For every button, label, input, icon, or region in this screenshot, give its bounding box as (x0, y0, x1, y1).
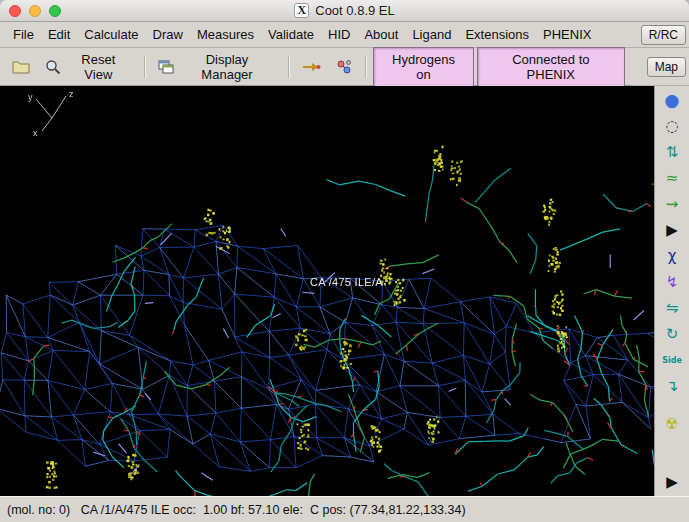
menu-measures[interactable]: Measures (190, 24, 261, 45)
coot-window: X Coot 0.8.9 EL File Edit Calculate Draw… (0, 0, 689, 522)
modeling-toolbar: ● ◌ ⇅ ≈ ⇝ ▶ χ ↯ ⇋ ↻ Side ↴ ☢ ▶ (654, 86, 689, 496)
menu-phenix[interactable]: PHENIX (536, 24, 598, 45)
axis-x-label: x (33, 128, 38, 138)
menu-draw[interactable]: Draw (146, 24, 190, 45)
menubar: File Edit Calculate Draw Measures Valida… (0, 22, 631, 48)
atom-label: CA /475 ILE/A (310, 276, 383, 288)
toolbar-separator (144, 56, 145, 78)
toolbar-separator (365, 56, 366, 78)
x11-app-icon: X (294, 3, 309, 18)
menu-calculate[interactable]: Calculate (77, 24, 145, 45)
rigid-body-fit-icon[interactable]: ⇅ (659, 142, 686, 163)
flip-peptide-icon[interactable]: ⇋ (659, 298, 686, 319)
menu-extensions[interactable]: Extensions (458, 24, 536, 45)
reset-view-button[interactable]: Reset View (39, 47, 137, 87)
mutate-residue-icon[interactable]: ☢ (659, 414, 686, 435)
minimize-window-button[interactable] (29, 5, 41, 17)
map-cell: Map (631, 48, 689, 86)
side-chain-flip-icon[interactable]: Side (659, 350, 686, 371)
reset-view-label: Reset View (66, 52, 131, 82)
axes-gizmo: y z x (14, 88, 84, 138)
more-tools-icon[interactable]: ▶ (659, 472, 686, 493)
axis-z-label: z (69, 89, 74, 99)
display-manager-button[interactable]: Display Manager (152, 47, 282, 87)
title-group: X Coot 0.8.9 EL (294, 3, 395, 18)
viewport-canvas (0, 86, 654, 496)
sphere-refine-icon[interactable]: ● (659, 90, 686, 111)
rrc-cell: R/RC (631, 22, 689, 48)
hydrogens-toggle-button[interactable]: Hydrogens on (373, 47, 473, 87)
toolbar: Reset View Display Manager (0, 48, 631, 86)
display-manager-icon (158, 60, 174, 74)
menu-about[interactable]: About (357, 24, 405, 45)
add-terminal-residue-icon[interactable]: ↴ (659, 376, 686, 397)
map-button[interactable]: Map (647, 57, 686, 77)
viewport[interactable]: y z x CA /475 ILE/A (0, 86, 654, 496)
axis-y-label: y (28, 92, 33, 102)
auto-fit-rotamer-icon[interactable]: ⇝ (659, 194, 686, 215)
display-manager-label: Display Manager (179, 52, 276, 82)
menu-ligand[interactable]: Ligand (405, 24, 458, 45)
open-folder-icon (12, 60, 30, 74)
cis-trans-convert-icon[interactable]: ↻ (659, 324, 686, 345)
expand-tools-icon[interactable]: ▶ (659, 220, 686, 241)
atoms-display-button[interactable] (330, 54, 358, 80)
rrc-button[interactable]: R/RC (641, 25, 686, 45)
menu-validate[interactable]: Validate (261, 24, 321, 45)
statusbar: (mol. no: 0) CA /1/A/475 ILE occ: 1.00 b… (0, 496, 689, 522)
phenix-connection-toggle[interactable]: Connected to PHENIX (477, 47, 625, 87)
close-window-button[interactable] (9, 5, 21, 17)
edit-chi-angles-icon[interactable]: χ (659, 246, 686, 267)
go-to-atom-icon (302, 61, 321, 73)
menu-file[interactable]: File (6, 24, 41, 45)
toolbar-separator (288, 56, 289, 78)
menu-edit[interactable]: Edit (41, 24, 77, 45)
regularize-zone-icon[interactable]: ◌ (659, 116, 686, 137)
open-coordinates-button[interactable] (6, 55, 36, 79)
go-to-atom-button[interactable] (296, 56, 327, 78)
menu-hid[interactable]: HID (321, 24, 357, 45)
zoom-window-button[interactable] (49, 5, 61, 17)
window-title: Coot 0.8.9 EL (315, 3, 395, 18)
torsion-general-icon[interactable]: ↯ (659, 272, 686, 293)
molecule-icon (336, 59, 352, 75)
rotate-translate-icon[interactable]: ≈ (659, 168, 686, 189)
traffic-lights (9, 0, 61, 21)
magnifier-icon (45, 59, 61, 75)
status-text: (mol. no: 0) CA /1/A/475 ILE occ: 1.00 b… (7, 503, 466, 517)
titlebar: X Coot 0.8.9 EL (0, 0, 689, 22)
